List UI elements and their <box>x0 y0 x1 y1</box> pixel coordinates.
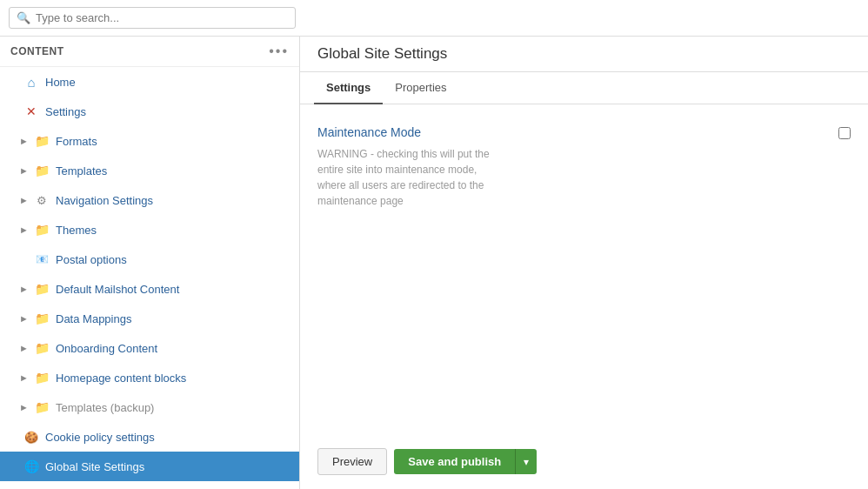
nav-arrow-templates: ► <box>19 165 30 176</box>
sidebar-more-button[interactable]: ••• <box>269 44 289 59</box>
sidebar-item-global-site-settings[interactable]: 🌐 Global Site Settings <box>0 452 299 481</box>
sidebar-item-postal-options[interactable]: 📧 Postal options <box>0 244 299 274</box>
sidebar-label-home: Home <box>45 76 76 89</box>
nav-arrow-formats: ► <box>19 136 30 146</box>
settings-content: Maintenance Mode WARNING - checking this… <box>300 104 868 434</box>
sidebar-label-themes: Themes <box>56 224 97 237</box>
sidebar-label-global-site-settings: Global Site Settings <box>45 460 144 473</box>
sidebar-item-navigation-settings[interactable]: ► ⚙ Navigation Settings <box>0 185 299 215</box>
sidebar-label-templates-backup: Templates (backup) <box>56 401 154 414</box>
folder-icon-backup: 📁 <box>33 399 50 416</box>
home-icon: ⌂ <box>23 73 40 90</box>
sidebar-item-settings[interactable]: ✕ Settings <box>0 97 299 126</box>
content-area: Global Site Settings Settings Properties… <box>300 37 868 489</box>
nav-arrow-data-mappings: ► <box>19 313 30 324</box>
sidebar-header: CONTENT ••• <box>0 37 299 67</box>
sidebar-label-formats: Formats <box>56 135 97 148</box>
sidebar-item-data-mappings[interactable]: ► 📁 Data Mappings <box>0 304 299 333</box>
search-input[interactable] <box>36 11 288 24</box>
tab-settings[interactable]: Settings <box>314 72 383 104</box>
nav-arrow-templates-backup: ► <box>19 402 30 412</box>
sidebar-section-label: CONTENT <box>10 45 64 57</box>
nav-arrow-themes: ► <box>19 224 30 235</box>
nav-arrow-cookie-policy <box>9 432 19 442</box>
folder-icon-formats: 📁 <box>33 132 50 150</box>
sidebar-item-themes[interactable]: ► 📁 Themes <box>0 215 299 244</box>
sidebar-label-templates: Templates <box>56 164 107 178</box>
action-bar: Preview Save and publish ▾ <box>300 434 868 489</box>
sidebar-item-formats[interactable]: ► 📁 Formats <box>0 126 299 156</box>
close-icon: ✕ <box>23 103 40 120</box>
search-wrapper: 🔍 <box>9 7 296 29</box>
sidebar-label-default-mailshot: Default Mailshot Content <box>56 283 179 296</box>
sidebar-nav: ⌂ Home ✕ Settings ► 📁 Formats ► 📁 Templa… <box>0 67 299 489</box>
search-icon: 🔍 <box>17 11 30 24</box>
maintenance-mode-section: Maintenance Mode WARNING - checking this… <box>317 125 851 209</box>
tab-properties[interactable]: Properties <box>383 72 458 104</box>
nav-arrow-postal-options <box>19 254 30 265</box>
globe-icon: 🌐 <box>23 458 40 475</box>
maintenance-mode-info: Maintenance Mode WARNING - checking this… <box>317 125 830 209</box>
sidebar-label-onboarding-content: Onboarding Content <box>56 342 157 355</box>
save-publish-button[interactable]: Save and publish <box>394 449 515 474</box>
maintenance-mode-checkbox-wrap[interactable] <box>838 125 851 142</box>
folder-icon-mailshot: 📁 <box>33 280 50 298</box>
gear-icon-nav: ⚙ <box>33 191 50 209</box>
sidebar-item-homepage-content-blocks[interactable]: ► 📁 Homepage content blocks <box>0 363 299 392</box>
preview-button[interactable]: Preview <box>317 448 387 475</box>
folder-icon-data-mappings: 📁 <box>33 310 50 327</box>
save-publish-group: Save and publish ▾ <box>394 449 537 474</box>
nav-arrow-navigation-settings: ► <box>19 195 30 205</box>
folder-icon-onboarding: 📁 <box>33 339 50 357</box>
sidebar-label-navigation-settings: Navigation Settings <box>56 194 153 207</box>
sidebar-label-homepage-content-blocks: Homepage content blocks <box>56 372 186 385</box>
page-title-bar: Global Site Settings <box>300 37 868 72</box>
maintenance-mode-title: Maintenance Mode <box>317 125 830 139</box>
folder-icon-homepage: 📁 <box>33 369 50 386</box>
nav-arrow-default-mailshot: ► <box>19 284 30 294</box>
maintenance-mode-checkbox[interactable] <box>838 127 851 139</box>
maintenance-mode-description: WARNING - checking this will put the ent… <box>317 146 491 209</box>
sidebar-item-default-mailshot[interactable]: ► 📁 Default Mailshot Content <box>0 274 299 304</box>
sidebar-label-data-mappings: Data Mappings <box>56 312 131 325</box>
folder-icon-templates: 📁 <box>33 162 50 179</box>
save-publish-dropdown-button[interactable]: ▾ <box>515 449 537 474</box>
cookie-icon: 🍪 <box>23 428 40 445</box>
nav-arrow-settings <box>9 106 19 117</box>
sidebar-label-settings: Settings <box>45 105 86 118</box>
sidebar: CONTENT ••• ⌂ Home ✕ Settings ► 📁 Format… <box>0 37 300 489</box>
tabs-bar: Settings Properties <box>300 72 868 104</box>
sidebar-label-cookie-policy: Cookie policy settings <box>45 431 155 444</box>
folder-icon-themes: 📁 <box>33 221 50 238</box>
sidebar-item-templates[interactable]: ► 📁 Templates <box>0 156 299 185</box>
postal-icon: 📧 <box>33 251 50 268</box>
page-title: Global Site Settings <box>317 45 851 63</box>
sidebar-label-postal-options: Postal options <box>56 253 127 266</box>
nav-arrow-homepage-content-blocks: ► <box>19 372 30 383</box>
top-bar: 🔍 <box>0 0 868 37</box>
sidebar-item-templates-backup[interactable]: ► 📁 Templates (backup) <box>0 392 299 422</box>
main-layout: CONTENT ••• ⌂ Home ✕ Settings ► 📁 Format… <box>0 37 868 489</box>
sidebar-item-home[interactable]: ⌂ Home <box>0 67 299 97</box>
nav-arrow-onboarding-content: ► <box>19 343 30 353</box>
sidebar-item-cookie-policy[interactable]: 🍪 Cookie policy settings <box>0 422 299 452</box>
nav-arrow-global-site-settings <box>9 461 19 472</box>
sidebar-item-onboarding-content[interactable]: ► 📁 Onboarding Content <box>0 333 299 363</box>
nav-arrow-home <box>9 77 19 87</box>
